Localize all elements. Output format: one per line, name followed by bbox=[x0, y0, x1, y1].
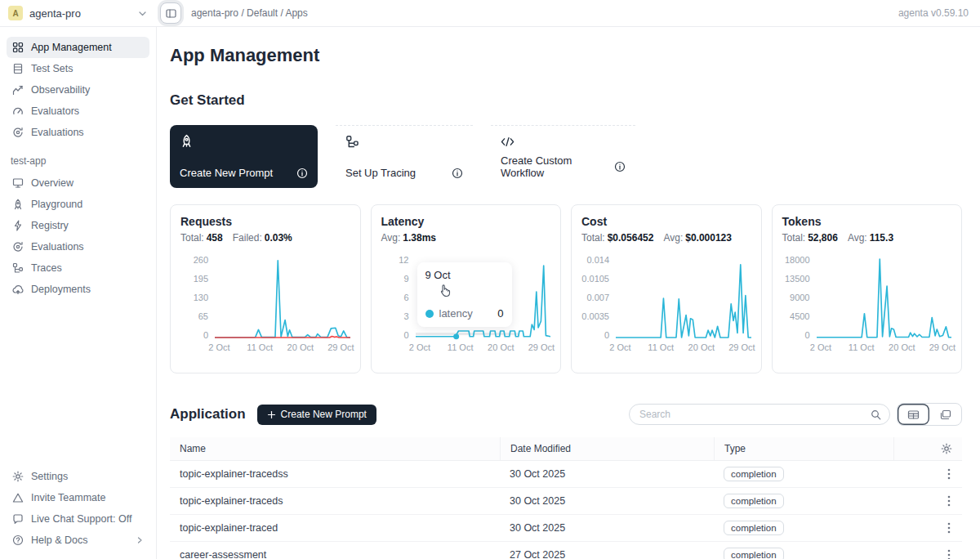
sidebar-item-label: Playground bbox=[31, 199, 82, 210]
chart-plot[interactable] bbox=[616, 255, 751, 340]
sidebar-item-deployments[interactable]: Deployments bbox=[7, 279, 149, 300]
sidebar-item-live-chat[interactable]: Live Chat Support: Off bbox=[7, 508, 149, 530]
chat-bubble-icon bbox=[12, 513, 24, 525]
info-icon[interactable] bbox=[614, 161, 626, 172]
x-tick-label: 20 Oct bbox=[488, 342, 514, 352]
create-new-prompt-card[interactable]: Create New Prompt bbox=[170, 125, 318, 188]
x-tick-label: 11 Oct bbox=[648, 342, 674, 352]
sidebar-item-label: Overview bbox=[31, 177, 74, 189]
chart-plot[interactable] bbox=[817, 255, 952, 340]
chevron-right-icon bbox=[136, 536, 144, 544]
x-tick-label: 2 Oct bbox=[609, 342, 630, 352]
y-tick-label: 3 bbox=[403, 311, 408, 321]
sidebar-item-label: Help & Docs bbox=[31, 534, 87, 546]
x-tick-label: 11 Oct bbox=[247, 342, 273, 352]
refresh-circle-icon bbox=[12, 241, 24, 253]
cursor-pointer-icon bbox=[439, 284, 451, 297]
requests-chart[interactable]: 260195130650 2 Oct11 Oct20 Oct29 Oct bbox=[180, 255, 350, 356]
row-menu-icon[interactable] bbox=[947, 495, 951, 507]
info-icon[interactable] bbox=[452, 168, 463, 179]
workspace-switcher[interactable]: A agenta-pro bbox=[0, 6, 157, 20]
x-axis-labels: 2 Oct11 Oct20 Oct29 Oct bbox=[416, 342, 551, 356]
card-label: Create Custom Workflow bbox=[501, 154, 614, 179]
app-name: topic-explainer-traced bbox=[170, 522, 500, 534]
y-tick-label: 4500 bbox=[790, 311, 809, 321]
workspace-name: agenta-pro bbox=[29, 7, 81, 20]
get-started-title: Get Started bbox=[170, 92, 962, 109]
series-label: latency bbox=[439, 307, 473, 320]
chart-plot[interactable] bbox=[215, 255, 350, 340]
view-toggle bbox=[897, 403, 962, 426]
trace-tree-icon bbox=[12, 262, 24, 274]
y-tick-label: 0.007 bbox=[586, 293, 609, 302]
card-view-button[interactable] bbox=[929, 404, 961, 425]
sidebar-item-invite-teammate[interactable]: Invite Teammate bbox=[7, 487, 149, 508]
cost-chart[interactable]: 0.0140.01050.0070.00350 2 Oct11 Oct20 Oc… bbox=[581, 255, 751, 356]
sidebar-item-settings[interactable]: Settings bbox=[7, 466, 149, 487]
y-axis-labels: 1800013500900045000 bbox=[782, 255, 817, 340]
app-name: topic-explainer-tracedss bbox=[170, 468, 500, 480]
tooltip-date: 9 Oct bbox=[425, 269, 504, 281]
table-row[interactable]: topic-explainer-traceds 30 Oct 2025 comp… bbox=[170, 488, 962, 515]
sidebar-item-label: Live Chat Support: Off bbox=[31, 513, 131, 525]
type-badge: completion bbox=[724, 494, 784, 508]
create-new-prompt-button[interactable]: Create New Prompt bbox=[257, 405, 376, 425]
row-menu-icon[interactable] bbox=[947, 549, 951, 559]
sidebar-item-evaluators[interactable]: Evaluators bbox=[7, 101, 149, 122]
table-row[interactable]: career-assessment 27 Oct 2025 completion bbox=[170, 542, 962, 559]
sidebar-item-label: Test Sets bbox=[31, 63, 73, 74]
table-icon bbox=[12, 63, 24, 74]
sidebar-item-overview[interactable]: Overview bbox=[7, 172, 149, 194]
x-axis-labels: 2 Oct11 Oct20 Oct29 Oct bbox=[817, 342, 952, 356]
breadcrumb[interactable]: agenta-pro / Default / Apps bbox=[191, 7, 308, 19]
sidebar-item-label: Settings bbox=[31, 471, 68, 482]
sidebar-toggle-button[interactable] bbox=[160, 2, 181, 24]
table-row[interactable]: topic-explainer-traced 30 Oct 2025 compl… bbox=[170, 515, 962, 542]
table-view-button[interactable] bbox=[898, 404, 929, 425]
sidebar-item-evaluations[interactable]: Evaluations bbox=[7, 122, 149, 143]
row-menu-icon[interactable] bbox=[947, 522, 951, 534]
create-custom-workflow-card[interactable]: Create Custom Workflow bbox=[491, 125, 635, 188]
table-row[interactable]: topic-explainer-tracedss 30 Oct 2025 com… bbox=[170, 461, 962, 488]
column-header-type[interactable]: Type bbox=[714, 437, 893, 460]
sidebar-item-label: Evaluations bbox=[31, 127, 84, 138]
set-up-tracing-card[interactable]: Set Up Tracing bbox=[336, 125, 473, 188]
chart-tooltip: 9 Oct latency 0 bbox=[417, 262, 512, 327]
column-settings-gear-icon[interactable] bbox=[941, 443, 952, 454]
date-modified: 30 Oct 2025 bbox=[500, 495, 714, 507]
sidebar-item-label: Registry bbox=[31, 220, 69, 231]
search-input[interactable] bbox=[638, 408, 871, 421]
y-tick-label: 65 bbox=[198, 311, 208, 321]
series-value: 0 bbox=[497, 307, 503, 320]
sidebar-item-playground[interactable]: Playground bbox=[7, 194, 149, 215]
tokens-chart[interactable]: 1800013500900045000 2 Oct11 Oct20 Oct29 … bbox=[782, 255, 952, 356]
date-modified: 27 Oct 2025 bbox=[500, 549, 714, 559]
sidebar-item-test-sets[interactable]: Test Sets bbox=[7, 58, 149, 79]
date-modified: 30 Oct 2025 bbox=[500, 522, 714, 534]
sidebar-item-traces[interactable]: Traces bbox=[7, 257, 149, 279]
sidebar-section-label: test-app bbox=[7, 155, 149, 167]
table-header: Name Date Modified Type bbox=[170, 437, 962, 461]
monitor-icon bbox=[12, 177, 24, 189]
y-tick-label: 12 bbox=[399, 255, 408, 265]
stat-metrics: Avg:1.38ms bbox=[381, 232, 551, 244]
column-header-date-modified[interactable]: Date Modified bbox=[500, 437, 714, 460]
sidebar-item-app-management[interactable]: App Management bbox=[7, 37, 149, 58]
sidebar-item-observability[interactable]: Observability bbox=[7, 79, 149, 101]
sidebar-item-registry[interactable]: Registry bbox=[7, 215, 149, 236]
y-axis-labels: 129630 bbox=[381, 255, 416, 340]
row-menu-icon[interactable] bbox=[947, 468, 951, 480]
gauge-icon bbox=[12, 105, 24, 117]
grid-icon bbox=[12, 42, 24, 53]
plus-icon bbox=[267, 410, 276, 419]
column-header-name[interactable]: Name bbox=[170, 437, 500, 460]
info-icon[interactable] bbox=[296, 168, 308, 179]
sidebar-item-evaluations-app[interactable]: Evaluations bbox=[7, 236, 149, 257]
y-tick-label: 0.0035 bbox=[581, 311, 609, 321]
workspace-avatar: A bbox=[8, 6, 23, 20]
x-tick-label: 29 Oct bbox=[327, 342, 354, 352]
refresh-circle-icon bbox=[12, 127, 24, 138]
y-tick-label: 13500 bbox=[785, 274, 810, 284]
search-box[interactable] bbox=[629, 404, 890, 425]
sidebar-item-help-docs[interactable]: Help & Docs bbox=[7, 530, 149, 551]
